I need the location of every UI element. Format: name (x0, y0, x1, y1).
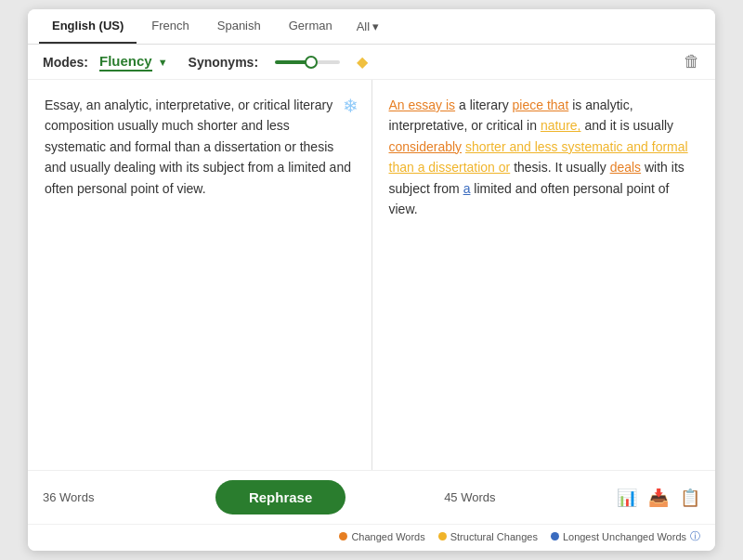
toolbar: Modes: Fluency ▼ Synonyms: ◆ 🗑 (28, 45, 715, 80)
chart-icon[interactable]: 📊 (617, 488, 637, 508)
legend-structural-label: Structural Changes (450, 531, 538, 542)
chevron-down-icon: ▾ (372, 20, 379, 33)
tab-english[interactable]: English (US) (39, 9, 137, 44)
input-panel[interactable]: ❄ Essay, an analytic, interpretative, or… (28, 80, 372, 470)
mode-selector[interactable]: Fluency ▼ (99, 53, 168, 72)
chevron-down-icon: ▼ (158, 57, 168, 68)
info-icon[interactable]: ⓘ (690, 529, 700, 543)
tab-german[interactable]: German (276, 9, 345, 44)
legend-bar: Changed Words Structural Changes Longest… (28, 524, 715, 551)
bottom-bar: 36 Words Rephrase 45 Words 📊 📥 📋 (28, 470, 715, 524)
legend-changed-label: Changed Words (351, 531, 424, 542)
tab-all[interactable]: All ▾ (347, 10, 388, 43)
synonyms-end-icon: ◆ (357, 53, 368, 71)
trash-icon[interactable]: 🗑 (684, 52, 700, 72)
copy-icon[interactable]: 📋 (680, 488, 700, 508)
rephrase-button[interactable]: Rephrase (215, 480, 345, 514)
longest-unchanged-word: a (463, 181, 471, 196)
longest-dot (551, 532, 559, 540)
download-icon[interactable]: 📥 (648, 488, 669, 508)
structural-word: nature, (541, 118, 581, 133)
changed-word: An essay is (389, 98, 456, 112)
freeze-icon[interactable]: ❄ (343, 91, 358, 121)
structural-dot (438, 532, 447, 540)
synonyms-label: Synonyms: (189, 55, 258, 70)
word-count-right: 45 Words (444, 490, 518, 504)
tab-spanish[interactable]: Spanish (204, 9, 274, 44)
legend-longest-label: Longest Unchanged Words (563, 531, 686, 542)
changed-word: considerably (389, 139, 463, 154)
mode-value: Fluency (99, 53, 152, 72)
legend-longest: Longest Unchanged Words ⓘ (551, 529, 700, 543)
word-count-left: 36 Words (43, 490, 117, 504)
action-icons: 📊 📥 📋 (617, 488, 700, 508)
legend-changed: Changed Words (339, 531, 424, 542)
modes-label: Modes: (43, 55, 88, 70)
tab-french[interactable]: French (138, 9, 202, 44)
output-text: An essay is a literary piece that is ana… (389, 95, 699, 219)
slider-thumb (305, 56, 318, 69)
synonyms-slider[interactable] (275, 60, 340, 64)
output-panel: An essay is a literary piece that is ana… (372, 80, 716, 470)
changed-word: piece that (513, 98, 569, 112)
changed-word: deals (610, 160, 641, 175)
changed-dot (339, 532, 347, 540)
main-area: ❄ Essay, an analytic, interpretative, or… (28, 80, 715, 470)
legend-structural: Structural Changes (438, 531, 538, 542)
tabs-bar: English (US) French Spanish German All ▾ (28, 9, 715, 45)
input-text: Essay, an analytic, interpretative, or c… (45, 95, 355, 199)
